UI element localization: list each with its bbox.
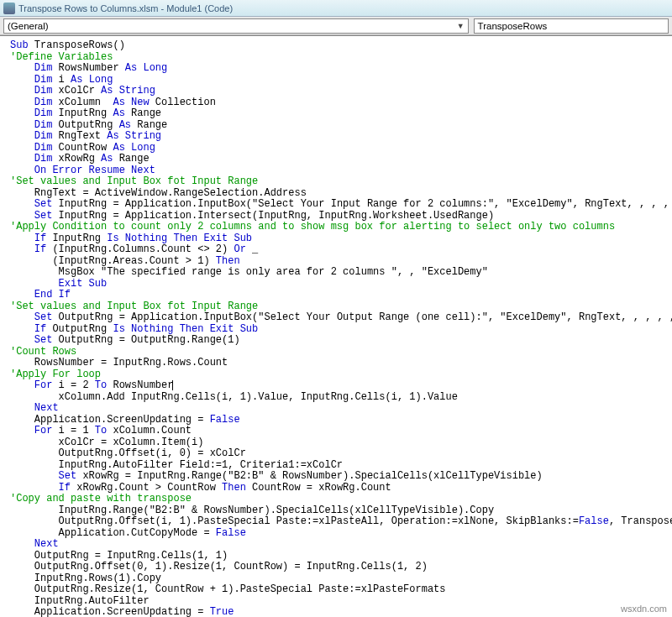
code-line: xColumn.Add InputRng.Cells(i, 1).Value, … — [10, 391, 458, 403]
procedure-dropdown[interactable]: TransposeRows — [474, 18, 669, 34]
code-line: Dim — [34, 153, 53, 165]
code-line: As Long — [113, 142, 155, 154]
code-line: As — [113, 107, 124, 119]
code-line: RowsNumber = InputRng.Rows.Count — [10, 357, 228, 369]
code-line: InputRng.AutoFilter — [10, 595, 150, 607]
code-line: RowsNumber — [107, 379, 173, 391]
code-line: False — [579, 515, 609, 527]
code-line: Application.CutCopyMode = — [10, 527, 216, 539]
code-line: CountRow — [52, 142, 113, 154]
code-line: Set — [34, 334, 53, 346]
code-line: If — [59, 482, 71, 494]
text-cursor — [172, 380, 173, 390]
code-line: Set — [34, 198, 53, 210]
ruler-line — [0, 35, 672, 36]
code-line: As Long — [71, 74, 113, 86]
code-line: Is Nothing Then Exit Sub — [107, 233, 252, 244]
code-line: OutputRng.Resize(1, CountRow + 1).PasteS… — [10, 583, 445, 595]
code-line: Dim — [34, 74, 53, 86]
code-line: RngText — [52, 130, 107, 142]
object-dropdown[interactable]: (General) ▼ — [3, 18, 469, 34]
dropdown-row: (General) ▼ TransposeRows — [0, 17, 672, 35]
chevron-down-icon: ▼ — [457, 22, 465, 30]
code-line: InputRng.AutoFilter Field:=1, Criteria1:… — [10, 459, 343, 471]
code-line: Collection — [150, 97, 216, 108]
code-line: xRowRg = InputRng.Range("B2:B" & RowsNum… — [76, 470, 543, 482]
code-line: InputRng.Rows(1).Copy — [10, 573, 161, 584]
code-line: To — [95, 379, 107, 391]
code-line: If — [34, 243, 46, 255]
code-line: For — [34, 425, 53, 437]
code-line: Dim — [34, 142, 53, 154]
code-line: OutputRng = Application.InputBox("Select… — [52, 311, 672, 323]
procedure-dropdown-value: TransposeRows — [478, 21, 548, 31]
code-line: InputRng — [46, 233, 107, 244]
code-line: 'Set values and Input Box fot Input Rang… — [10, 175, 258, 187]
watermark-text: wsxdn.com — [621, 604, 667, 614]
code-line: Application.ScreenUpdating = — [10, 414, 210, 426]
window-title-text: Transpose Rows to Columns.xlsm - Module1… — [18, 3, 233, 13]
code-line: As — [119, 119, 131, 131]
code-line: (InputRng.Columns.Count <> 2) — [46, 243, 234, 255]
object-dropdown-value: (General) — [8, 21, 49, 31]
code-line: CountRow = xRowRg.Count — [246, 482, 391, 494]
code-line: , Transpose:= — [609, 515, 672, 527]
code-line: i = 1 — [52, 425, 94, 437]
code-line: Then — [216, 255, 240, 267]
code-line: Sub — [10, 39, 29, 51]
code-line: Dim — [34, 85, 53, 97]
code-line: xRowRg — [52, 153, 101, 165]
code-line: OutputRng — [52, 119, 118, 131]
code-line: Is Nothing Then Exit Sub — [113, 323, 258, 335]
code-line: i — [52, 74, 71, 86]
code-editor[interactable]: Sub TransposeRows() 'Define Variables Di… — [0, 37, 672, 617]
code-line: OutputRng.Offset(i, 1).PasteSpecial Past… — [10, 515, 579, 527]
code-line: Dim — [34, 119, 53, 131]
code-line: Next — [34, 402, 59, 414]
code-line: On Error Resume Next — [34, 165, 155, 176]
code-line: InputRng = Application.InputBox("Select … — [52, 198, 672, 210]
code-line: Dim — [34, 107, 53, 119]
code-line: Exit Sub — [59, 278, 108, 290]
code-line: 'Count Rows — [10, 346, 76, 358]
code-line: Dim — [34, 97, 53, 108]
code-line: If — [34, 233, 46, 244]
code-line: OutputRng.Offset(i, 0) = xColCr — [10, 447, 246, 459]
module-icon — [3, 3, 15, 14]
code-line: Range — [131, 119, 167, 131]
code-line: As Long — [125, 62, 167, 74]
code-line: Application.ScreenUpdating = — [10, 606, 210, 617]
code-line: 'Define Variables — [10, 51, 113, 63]
code-line: InputRng — [52, 107, 113, 119]
code-line: RngText = ActiveWindow.RangeSelection.Ad… — [10, 187, 307, 199]
code-line: As String — [101, 85, 155, 97]
code-line: Then — [222, 482, 246, 494]
code-line: Dim — [34, 62, 53, 74]
code-line: OutputRng — [46, 323, 113, 335]
code-line: OutputRng = OutputRng.Range(1) — [52, 334, 239, 346]
code-line: xRowRg.Count > CountRow — [71, 482, 222, 494]
code-line: For — [34, 379, 53, 391]
code-line: OutputRng = InputRng.Cells(1, 1) — [10, 550, 228, 562]
code-line: 'Copy and paste with transpose — [10, 493, 192, 505]
code-line: xColCr = xColumn.Item(i) — [10, 437, 203, 448]
code-line: Or — [234, 243, 245, 255]
code-line: False — [216, 527, 246, 539]
code-line: OutputRng.Offset(0, 1).Resize(1, CountRo… — [10, 561, 428, 573]
code-line: As String — [107, 130, 161, 142]
code-line: Range — [125, 107, 161, 119]
code-line: 'Set values and Input Box fot Input Rang… — [10, 301, 258, 312]
code-line: i = 2 — [52, 379, 94, 391]
code-line: Next — [34, 538, 59, 550]
code-line: Range — [113, 153, 149, 165]
code-line: xColumn.Count — [107, 425, 192, 437]
code-line: MsgBox "The specified range is only area… — [34, 266, 488, 278]
code-line: RowsNumber — [52, 62, 124, 74]
code-line: TransposeRows() — [29, 39, 125, 51]
code-line: Set — [59, 470, 77, 482]
code-line: As New — [113, 97, 149, 108]
code-line: xColCr — [52, 85, 101, 97]
code-line: InputRng.Range("B2:B" & RowsNumber).Spec… — [10, 505, 494, 516]
code-line: (InputRng.Areas.Count > 1) — [34, 255, 216, 267]
code-line: xColumn — [52, 97, 113, 108]
